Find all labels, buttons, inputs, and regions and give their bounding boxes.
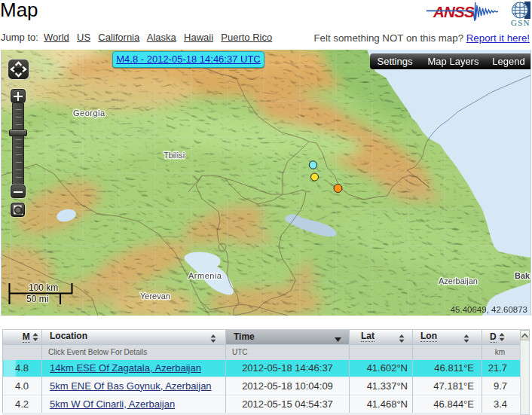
svg-text:100 km: 100 km — [29, 282, 58, 293]
svg-text:GSN: GSN — [511, 18, 530, 27]
svg-text:ANSS: ANSS — [433, 3, 475, 20]
svg-text:Yerevan: Yerevan — [140, 291, 170, 301]
svg-text:Tbilisi: Tbilisi — [164, 151, 185, 160]
svg-text:Armenia: Armenia — [188, 271, 222, 280]
svg-text:45.40649, 42.60873: 45.40649, 42.60873 — [451, 305, 527, 314]
svg-text:Georgia: Georgia — [73, 108, 105, 117]
svg-text:Baku: Baku — [515, 271, 530, 280]
svg-text:50 mi: 50 mi — [26, 294, 48, 304]
svg-text:Azerbaijan: Azerbaijan — [439, 276, 478, 285]
